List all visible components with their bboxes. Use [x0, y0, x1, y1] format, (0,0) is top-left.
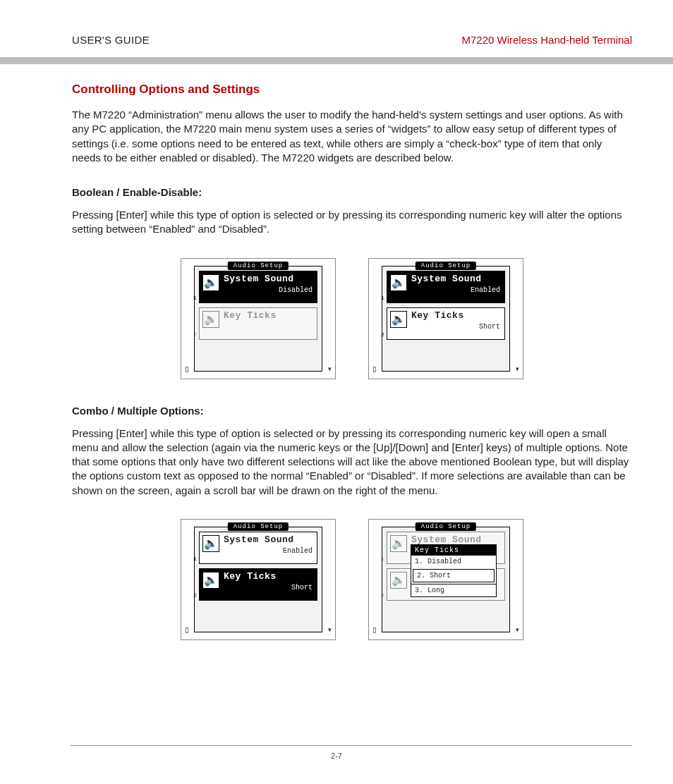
speaker-icon: 🔈	[202, 572, 219, 589]
menu-row-key-ticks: 2 🔈 Key Ticks Short	[199, 568, 317, 601]
battery-icon: ▯	[184, 625, 189, 635]
combo-popup: Key Ticks 1. Disabled 2. Short 3. Long	[411, 544, 497, 597]
page-number: 2-7	[0, 752, 673, 760]
header-right: M7220 Wireless Hand-held Terminal	[462, 34, 633, 46]
antenna-icon: ▾	[515, 364, 520, 374]
speaker-icon: 🔈	[202, 535, 219, 552]
combo-body: Pressing [Enter] while this type of opti…	[72, 427, 632, 498]
lcd-title: Audio Setup	[416, 522, 476, 531]
lcd-screenshot-combo-open: ▯ ▾ Audio Setup 1 🔈 System Sound 2 🔈	[368, 519, 523, 640]
speaker-icon: 🔈	[390, 274, 407, 291]
battery-icon: ▯	[372, 625, 377, 635]
speaker-icon: 🔈	[390, 311, 407, 328]
speaker-icon: 🔈	[390, 572, 407, 589]
menu-row-key-ticks: 2 🔈 Key Ticks	[199, 307, 317, 340]
lcd-screenshot-boolean-enabled: ▯ ▾ Audio Setup 1 🔈 System Sound Enabled…	[368, 258, 523, 379]
speaker-icon: 🔈	[390, 535, 407, 552]
section-title: Controlling Options and Settings	[72, 82, 632, 97]
popup-item: 3. Long	[411, 584, 496, 596]
popup-item: 1. Disabled	[411, 556, 496, 568]
boolean-heading: Boolean / Enable-Disable:	[72, 186, 632, 198]
antenna-icon: ▾	[327, 364, 332, 374]
menu-row-system-sound: 1 🔈 System Sound Disabled	[199, 271, 317, 303]
combo-heading: Combo / Multiple Options:	[72, 405, 632, 417]
battery-icon: ▯	[184, 364, 189, 374]
header-left: USER'S GUIDE	[72, 34, 150, 46]
popup-item-selected: 2. Short	[413, 569, 495, 582]
footer-divider	[71, 745, 632, 746]
popup-title: Key Ticks	[411, 545, 496, 556]
boolean-body: Pressing [Enter] while this type of opti…	[72, 208, 632, 237]
speaker-icon: 🔈	[202, 274, 219, 291]
lcd-screenshot-combo-closed: ▯ ▾ Audio Setup 1 🔈 System Sound Enabled…	[181, 519, 336, 640]
menu-row-key-ticks: 2 🔈 Key Ticks Short	[387, 307, 505, 340]
lcd-screenshot-boolean-disabled: ▯ ▾ Audio Setup 1 🔈 System Sound Disable…	[181, 258, 336, 379]
lcd-title: Audio Setup	[228, 262, 289, 270]
speaker-icon: 🔈	[202, 311, 219, 328]
intro-paragraph: The M7220 “Administration” menu allows t…	[72, 108, 632, 165]
lcd-title: Audio Setup	[416, 262, 476, 270]
antenna-icon: ▾	[327, 625, 332, 635]
header-divider	[0, 57, 673, 64]
antenna-icon: ▾	[515, 625, 520, 635]
battery-icon: ▯	[372, 364, 377, 374]
lcd-title: Audio Setup	[228, 522, 289, 531]
menu-row-system-sound: 1 🔈 System Sound Enabled	[387, 271, 505, 303]
menu-row-system-sound: 1 🔈 System Sound Enabled	[199, 532, 317, 564]
